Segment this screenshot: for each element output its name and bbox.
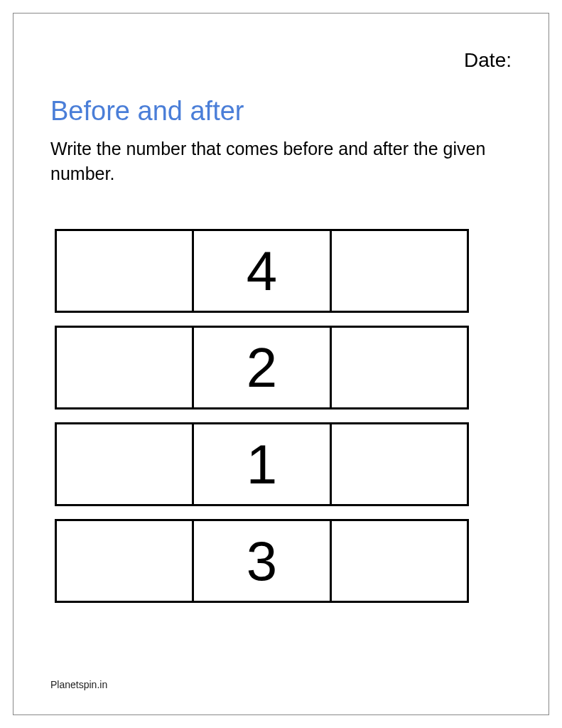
before-cell[interactable] [57,231,192,311]
footer-credit: Planetspin.in [50,679,107,690]
number-row: 4 [55,229,469,313]
number-rows: 4 2 1 3 [50,229,512,603]
middle-cell: 1 [192,424,331,504]
date-row: Date: [50,49,512,72]
middle-cell: 3 [192,521,331,601]
after-cell[interactable] [332,424,467,504]
middle-cell: 4 [192,231,331,311]
date-label: Date: [464,49,512,72]
number-row: 3 [55,519,469,603]
worksheet-page: Date: Before and after Write the number … [13,13,549,715]
after-cell[interactable] [332,231,467,311]
after-cell[interactable] [332,521,467,601]
number-row: 2 [55,326,469,410]
number-row: 1 [55,422,469,506]
worksheet-instruction: Write the number that comes before and a… [50,136,512,186]
before-cell[interactable] [57,521,192,601]
before-cell[interactable] [57,328,192,407]
worksheet-title: Before and after [50,96,512,127]
after-cell[interactable] [332,328,467,407]
middle-cell: 2 [192,328,331,407]
before-cell[interactable] [57,424,192,504]
